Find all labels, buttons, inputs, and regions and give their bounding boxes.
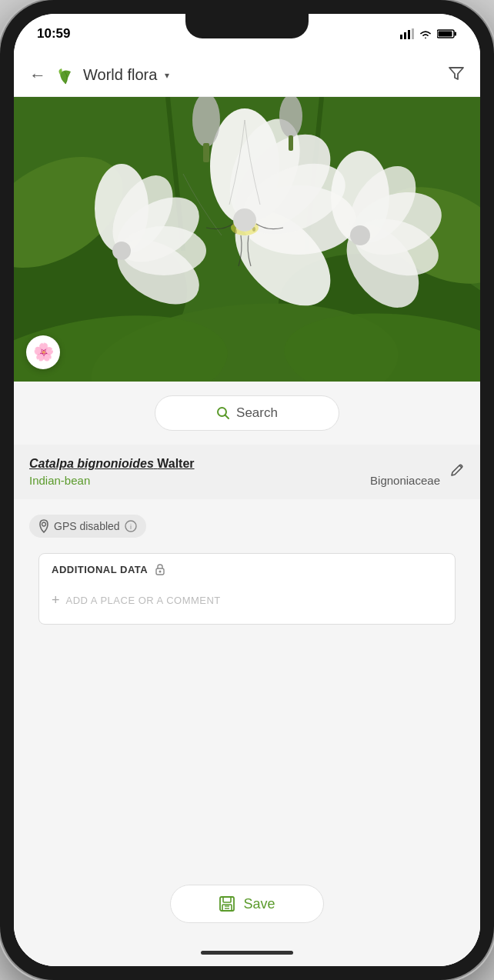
- svg-rect-60: [222, 905, 232, 911]
- nav-bar: ← World flora ▾: [14, 54, 480, 97]
- location-icon: [38, 519, 49, 533]
- plant-common-name: Indian-bean: [29, 474, 90, 487]
- screen: 10:59: [14, 14, 480, 966]
- svg-rect-0: [400, 35, 402, 39]
- back-button[interactable]: ←: [29, 65, 46, 85]
- gps-row: GPS disabled i: [14, 507, 480, 545]
- svg-point-43: [350, 225, 370, 245]
- additional-section: ADDITIONAL DATA + ADD A PLACE OR A COMME…: [38, 553, 456, 625]
- svg-point-57: [159, 571, 162, 573]
- pencil-icon: [449, 462, 465, 478]
- privacy-icon: [154, 563, 166, 575]
- hero-svg: [14, 97, 480, 382]
- additional-title: ADDITIONAL DATA: [52, 564, 148, 575]
- plant-row2: Indian-bean Bignoniaceae: [29, 474, 440, 487]
- nav-logo: World flora ▾: [54, 65, 169, 85]
- save-label: Save: [243, 896, 275, 912]
- home-indicator: [14, 938, 480, 966]
- plant-family: Bignoniaceae: [370, 474, 440, 487]
- svg-rect-59: [223, 897, 231, 902]
- filter-icon: [448, 65, 465, 82]
- search-label: Search: [236, 405, 278, 421]
- svg-point-53: [42, 522, 46, 526]
- home-bar: [201, 951, 293, 955]
- add-comment-text: ADD A PLACE OR A COMMENT: [66, 595, 221, 606]
- nav-left: ← World flora ▾: [29, 65, 169, 85]
- wifi-icon: [419, 28, 432, 39]
- svg-rect-2: [408, 30, 410, 39]
- search-container: Search: [14, 382, 480, 445]
- svg-rect-45: [203, 143, 209, 162]
- svg-point-27: [233, 208, 256, 232]
- gps-status: GPS disabled: [54, 520, 120, 532]
- plant-scientific-name: Catalpa bignonioides Walter: [29, 457, 440, 471]
- flex-spacer: [14, 637, 480, 872]
- app-logo-icon: [54, 65, 77, 85]
- add-comment-button[interactable]: + ADD A PLACE OR A COMMENT: [39, 582, 455, 624]
- save-icon: [219, 895, 235, 912]
- svg-rect-1: [404, 32, 406, 39]
- svg-rect-47: [289, 135, 293, 151]
- plant-author: Walter: [157, 457, 194, 470]
- notch: [185, 14, 309, 38]
- info-icon: i: [125, 520, 137, 532]
- content-area: Search Catalpa bignonioides Walter India…: [14, 382, 480, 966]
- svg-rect-3: [412, 28, 414, 39]
- plant-card: Catalpa bignonioides Walter Indian-bean …: [14, 445, 480, 499]
- search-button[interactable]: Search: [155, 395, 339, 431]
- save-button[interactable]: Save: [170, 885, 324, 923]
- phone-frame: 10:59: [0, 0, 494, 980]
- signal-icon: [400, 28, 414, 39]
- filter-button[interactable]: [448, 65, 465, 86]
- additional-wrapper: ADDITIONAL DATA + ADD A PLACE OR A COMME…: [14, 545, 480, 637]
- plus-icon: +: [52, 592, 60, 608]
- edit-button[interactable]: [449, 462, 465, 482]
- gps-chip: GPS disabled i: [29, 515, 146, 538]
- additional-header: ADDITIONAL DATA: [39, 554, 455, 582]
- svg-point-35: [112, 242, 131, 260]
- flower-badge: 🌸: [26, 335, 60, 369]
- search-icon: [216, 406, 230, 420]
- nav-chevron-icon: ▾: [165, 70, 169, 81]
- svg-rect-6: [439, 32, 452, 37]
- nav-title: World flora: [83, 66, 157, 84]
- svg-line-51: [225, 415, 229, 419]
- battery-icon: [437, 28, 457, 39]
- svg-text:i: i: [130, 523, 132, 531]
- status-icons: [400, 28, 457, 39]
- plant-info: Catalpa bignonioides Walter Indian-bean …: [29, 457, 440, 487]
- hero-image: 🌸: [14, 97, 480, 382]
- svg-rect-5: [455, 32, 457, 36]
- svg-point-32: [122, 226, 206, 275]
- status-bar: 10:59: [14, 14, 480, 54]
- status-time: 10:59: [37, 26, 70, 42]
- save-container: Save: [14, 872, 480, 938]
